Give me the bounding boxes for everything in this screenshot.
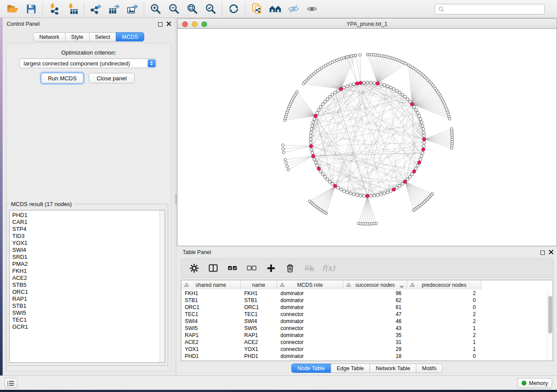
network-node[interactable]: [313, 158, 316, 161]
mcds-result-item[interactable]: ACE2: [12, 275, 165, 282]
network-node[interactable]: [310, 148, 313, 151]
network-node[interactable]: [369, 81, 372, 84]
network-node[interactable]: [416, 111, 419, 114]
network-dominator-node[interactable]: [410, 103, 414, 106]
network-node[interactable]: [421, 124, 424, 127]
network-dominator-node[interactable]: [359, 81, 362, 85]
network-node[interactable]: [310, 131, 313, 134]
network-node[interactable]: [316, 111, 319, 114]
network-node[interactable]: [309, 141, 312, 144]
network-node[interactable]: [422, 131, 426, 134]
network-node[interactable]: [421, 151, 424, 155]
network-node[interactable]: [309, 138, 312, 141]
mcds-result-item[interactable]: RAP1: [12, 296, 165, 303]
network-node[interactable]: [316, 164, 319, 167]
network-node[interactable]: [363, 81, 366, 84]
network-node[interactable]: [359, 194, 362, 197]
zoom-selected-button[interactable]: [201, 1, 220, 16]
network-node[interactable]: [373, 194, 376, 197]
network-node[interactable]: [386, 191, 389, 194]
network-node[interactable]: [311, 151, 314, 155]
network-node[interactable]: [416, 164, 419, 167]
network-node[interactable]: [334, 91, 337, 94]
table-row[interactable]: TEC1TEC1connector472: [181, 311, 553, 318]
open-file-button[interactable]: [3, 1, 22, 16]
network-node[interactable]: [323, 175, 326, 179]
mcds-result-item[interactable]: SWI4: [12, 247, 165, 254]
column-settings-button[interactable]: [187, 261, 201, 275]
add-row-button[interactable]: [263, 261, 278, 275]
mcds-result-item[interactable]: FKH1: [12, 268, 165, 275]
network-node[interactable]: [422, 141, 426, 144]
network-node[interactable]: [406, 98, 409, 101]
table-scrollbar-thumb[interactable]: [548, 296, 552, 334]
network-node[interactable]: [383, 192, 386, 195]
network-node[interactable]: [346, 85, 349, 88]
network-dominator-node[interactable]: [403, 180, 407, 183]
export-image-button[interactable]: [123, 1, 142, 16]
network-node[interactable]: [328, 180, 331, 183]
network-dominator-node[interactable]: [376, 82, 380, 85]
table-row[interactable]: ORC1ORC1dominator610: [181, 304, 553, 311]
mcds-result-item[interactable]: CAR1: [12, 219, 165, 226]
column-header-predecessor-nodes[interactable]: predecessor nodes: [407, 280, 481, 289]
network-node[interactable]: [319, 170, 322, 173]
network-dominator-node[interactable]: [317, 167, 321, 170]
network-dominator-node[interactable]: [314, 114, 318, 118]
mcds-result-item[interactable]: SRD1: [12, 254, 165, 261]
network-node[interactable]: [422, 134, 426, 138]
mcds-result-item[interactable]: TID3: [12, 233, 165, 240]
network-node[interactable]: [366, 81, 369, 84]
run-mcds-button[interactable]: Run MCDS: [41, 73, 83, 83]
mcds-result-item[interactable]: STP4: [12, 226, 165, 233]
network-node[interactable]: [309, 134, 312, 138]
criterion-dropdown[interactable]: largest connected component (undirected): [19, 58, 156, 68]
table-row[interactable]: RAP1RAP1dominator352: [181, 332, 553, 339]
table-row[interactable]: STB1STB1dominator620: [181, 297, 553, 304]
network-node[interactable]: [395, 89, 398, 92]
network-dominator-node[interactable]: [311, 155, 315, 158]
network-node[interactable]: [398, 185, 401, 188]
network-node[interactable]: [343, 86, 346, 89]
deselect-all-button[interactable]: [244, 261, 259, 275]
network-dominator-node[interactable]: [392, 188, 396, 191]
network-node[interactable]: [314, 161, 317, 164]
network-node[interactable]: [312, 121, 315, 124]
network-node[interactable]: [326, 98, 329, 101]
network-node[interactable]: [419, 158, 422, 161]
network-dominator-node[interactable]: [412, 170, 416, 173]
network-dominator-node[interactable]: [339, 87, 343, 91]
mcds-result-item[interactable]: TEC1: [12, 316, 165, 323]
network-node[interactable]: [336, 89, 339, 92]
table-row[interactable]: SWI5SWI5connector431: [181, 325, 553, 332]
import-network-button[interactable]: [45, 1, 63, 16]
mcds-result-item[interactable]: SWI5: [12, 309, 165, 316]
table-row[interactable]: ACE2ACE2connector311: [181, 339, 553, 346]
network-node[interactable]: [380, 83, 383, 86]
mcds-result-item[interactable]: YOX1: [12, 240, 165, 247]
network-node[interactable]: [339, 188, 343, 191]
network-node[interactable]: [411, 173, 414, 176]
network-node[interactable]: [323, 100, 326, 103]
mcds-result-list[interactable]: PHD1CAR1STP4TID3YOX1SWI4SRD1PMA2FKH1ACE2…: [9, 210, 165, 363]
mcds-result-item[interactable]: PMA2: [12, 261, 165, 268]
network-node[interactable]: [311, 124, 314, 127]
mcds-result-item[interactable]: PHD1: [12, 212, 165, 219]
export-table-button[interactable]: [105, 1, 123, 16]
network-dominator-node[interactable]: [366, 194, 369, 198]
network-node[interactable]: [386, 85, 389, 88]
search-input[interactable]: [447, 6, 541, 12]
network-node[interactable]: [422, 127, 425, 131]
show-column-panel-button[interactable]: [206, 261, 221, 275]
network-node[interactable]: [317, 108, 320, 111]
network-node[interactable]: [408, 100, 412, 103]
network-node[interactable]: [343, 189, 346, 193]
network-node[interactable]: [404, 95, 407, 98]
network-dominator-node[interactable]: [418, 161, 421, 165]
export-network-button[interactable]: [86, 1, 105, 16]
column-header-mcds-role[interactable]: MCDS role: [277, 280, 343, 289]
network-node[interactable]: [336, 186, 339, 189]
network-node[interactable]: [331, 93, 334, 96]
network-node[interactable]: [321, 103, 324, 106]
column-header-shared-name[interactable]: shared name: [181, 280, 241, 289]
